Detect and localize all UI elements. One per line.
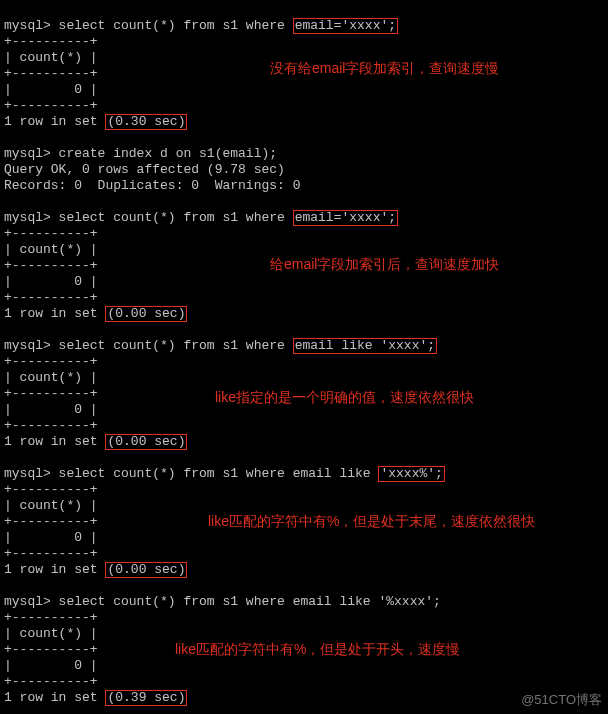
- divider: +----------+: [4, 674, 98, 689]
- q2-predicate-box: email='xxxx';: [293, 210, 398, 226]
- divider: +----------+: [4, 354, 98, 369]
- q2-line: mysql> select count(*) from s1 where ema…: [4, 210, 398, 225]
- count-header: | count(*) |: [4, 498, 98, 513]
- divider: +----------+: [4, 226, 98, 241]
- divider: +----------+: [4, 546, 98, 561]
- divider: +----------+: [4, 98, 98, 113]
- divider: +----------+: [4, 34, 98, 49]
- q4-line: mysql> select count(*) from s1 where ema…: [4, 466, 445, 481]
- timing-row: 1 row in set (0.39 sec): [4, 690, 187, 705]
- comment-5: like匹配的字符中有%，但是处于开头，速度慢: [175, 641, 460, 657]
- divider: +----------+: [4, 642, 98, 657]
- q1-predicate-box: email='xxxx';: [293, 18, 398, 34]
- divider: +----------+: [4, 386, 98, 401]
- divider: +----------+: [4, 514, 98, 529]
- count-header: | count(*) |: [4, 50, 98, 65]
- create-out2: Records: 0 Duplicates: 0 Warnings: 0: [4, 178, 300, 193]
- comment-2: 给email字段加索引后，查询速度加快: [270, 256, 499, 272]
- watermark: @51CTO博客: [521, 692, 602, 708]
- q1-time-box: (0.30 sec): [105, 114, 187, 130]
- q3-line: mysql> select count(*) from s1 where ema…: [4, 338, 437, 353]
- create-out1: Query OK, 0 rows affected (9.78 sec): [4, 162, 285, 177]
- count-value: | 0 |: [4, 402, 98, 417]
- comment-4: like匹配的字符中有%，但是处于末尾，速度依然很快: [208, 513, 535, 529]
- timing-row: 1 row in set (0.00 sec): [4, 306, 187, 321]
- count-value: | 0 |: [4, 274, 98, 289]
- divider: +----------+: [4, 66, 98, 81]
- timing-row: 1 row in set (0.00 sec): [4, 562, 187, 577]
- terminal-output: mysql> select count(*) from s1 where ema…: [0, 0, 608, 714]
- timing-row: 1 row in set (0.00 sec): [4, 434, 187, 449]
- count-value: | 0 |: [4, 530, 98, 545]
- count-value: | 0 |: [4, 82, 98, 97]
- count-header: | count(*) |: [4, 242, 98, 257]
- q3-predicate-box: email like 'xxxx';: [293, 338, 437, 354]
- divider: +----------+: [4, 482, 98, 497]
- q5-time-box: (0.39 sec): [105, 690, 187, 706]
- q4-time-box: (0.00 sec): [105, 562, 187, 578]
- q1-line: mysql> select count(*) from s1 where ema…: [4, 18, 398, 33]
- count-header: | count(*) |: [4, 370, 98, 385]
- comment-3: like指定的是一个明确的值，速度依然很快: [215, 389, 474, 405]
- q2-time-box: (0.00 sec): [105, 306, 187, 322]
- divider: +----------+: [4, 258, 98, 273]
- divider: +----------+: [4, 418, 98, 433]
- q5-line: mysql> select count(*) from s1 where ema…: [4, 594, 441, 609]
- divider: +----------+: [4, 610, 98, 625]
- q3-time-box: (0.00 sec): [105, 434, 187, 450]
- timing-row: 1 row in set (0.30 sec): [4, 114, 187, 129]
- comment-1: 没有给email字段加索引，查询速度慢: [270, 60, 499, 76]
- q4-predicate-box: 'xxxx%';: [378, 466, 444, 482]
- count-value: | 0 |: [4, 658, 98, 673]
- count-header: | count(*) |: [4, 626, 98, 641]
- create-index: mysql> create index d on s1(email);: [4, 146, 277, 161]
- divider: +----------+: [4, 290, 98, 305]
